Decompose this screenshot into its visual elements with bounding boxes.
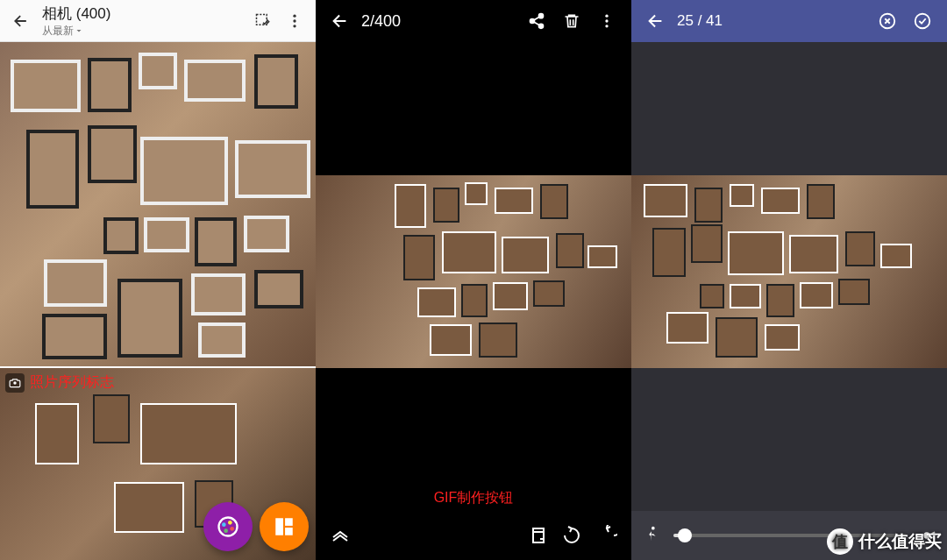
svg-point-15 <box>605 15 608 18</box>
trash-icon <box>563 12 580 30</box>
sort-dropdown[interactable]: 从最新 <box>42 24 249 39</box>
preview-photo[interactable] <box>631 175 947 368</box>
series-badge <box>5 373 25 393</box>
svg-point-5 <box>222 522 226 527</box>
select-icon <box>254 12 272 30</box>
svg-point-3 <box>293 25 295 27</box>
rotate-right-button[interactable] <box>589 518 624 553</box>
svg-point-14 <box>539 24 544 28</box>
svg-point-20 <box>915 14 930 29</box>
annotation-label: 照片序列标志 <box>30 373 114 392</box>
svg-point-8 <box>224 528 228 533</box>
play-button[interactable] <box>642 525 663 546</box>
svg-point-21 <box>652 527 655 530</box>
share-icon <box>528 12 545 30</box>
album-title: 相机 (400) <box>42 4 249 24</box>
slider-thumb[interactable] <box>678 528 692 542</box>
viewer-header: 2/400 <box>316 0 631 42</box>
palette-icon <box>216 514 240 539</box>
back-button[interactable] <box>323 4 358 39</box>
svg-rect-11 <box>285 528 293 535</box>
rotate-left-button[interactable] <box>554 518 589 553</box>
svg-point-4 <box>219 518 238 536</box>
palette-fab[interactable] <box>203 502 253 551</box>
cancel-button[interactable] <box>870 4 905 39</box>
spacer <box>358 518 519 553</box>
svg-rect-18 <box>533 532 544 542</box>
home-icon <box>330 525 351 546</box>
rotate-left-icon <box>561 525 582 546</box>
editor-header: 25 / 41 <box>631 0 947 42</box>
home-button[interactable] <box>323 518 358 553</box>
svg-point-13 <box>530 19 535 24</box>
watermark-badge: 值 <box>827 528 853 555</box>
rotate-right-icon <box>596 525 617 546</box>
chevron-down-icon <box>74 25 84 36</box>
thumbnail-grid: 照片序列标志 <box>0 42 316 560</box>
check-circle-icon <box>913 11 932 31</box>
delete-button[interactable] <box>554 4 589 39</box>
thumbnail-item[interactable] <box>0 42 316 366</box>
frame-counter: 25 / 41 <box>677 12 870 30</box>
select-mode-button[interactable] <box>249 7 277 35</box>
close-circle-icon <box>878 11 897 31</box>
watermark: 值 什么值得买 <box>827 528 942 555</box>
watermark-text: 什么值得买 <box>858 530 942 553</box>
svg-point-17 <box>605 25 608 27</box>
back-button[interactable] <box>7 7 35 35</box>
more-vert-icon <box>286 12 303 30</box>
arrow-left-icon <box>331 11 350 31</box>
overflow-menu-button[interactable] <box>589 4 624 39</box>
main-photo[interactable] <box>316 175 631 368</box>
more-vert-icon <box>598 12 616 30</box>
svg-rect-10 <box>285 518 293 526</box>
svg-point-1 <box>293 14 295 17</box>
overflow-menu-button[interactable] <box>281 7 309 35</box>
photo-counter: 2/400 <box>361 12 519 31</box>
title-block: 相机 (400) 从最新 <box>42 4 249 39</box>
gif-button[interactable] <box>519 518 554 553</box>
stack-icon <box>526 525 547 546</box>
collage-fab[interactable] <box>260 502 309 551</box>
share-button[interactable] <box>519 4 554 39</box>
collage-icon <box>273 515 295 538</box>
editor-panel: 25 / 41 <box>631 0 947 560</box>
viewer-toolbar <box>316 511 631 560</box>
svg-point-7 <box>230 527 234 531</box>
viewer-panel: 2/400 GIF制作按钮 <box>316 0 631 560</box>
gallery-panel: 相机 (400) 从最新 <box>0 0 316 560</box>
gallery-header: 相机 (400) 从最新 <box>0 0 316 42</box>
svg-point-6 <box>228 521 232 525</box>
svg-point-12 <box>539 14 544 18</box>
svg-rect-9 <box>275 518 283 535</box>
running-icon <box>642 525 661 544</box>
arrow-left-icon <box>646 11 666 31</box>
camera-icon <box>9 377 21 389</box>
sort-label: 从最新 <box>42 24 74 39</box>
confirm-button[interactable] <box>905 4 940 39</box>
arrow-left-icon <box>12 12 30 30</box>
photo-wall-preview <box>0 42 316 366</box>
svg-point-2 <box>293 19 295 22</box>
back-button[interactable] <box>638 4 673 39</box>
annotation-label: GIF制作按钮 <box>316 489 631 507</box>
svg-point-16 <box>605 19 608 22</box>
